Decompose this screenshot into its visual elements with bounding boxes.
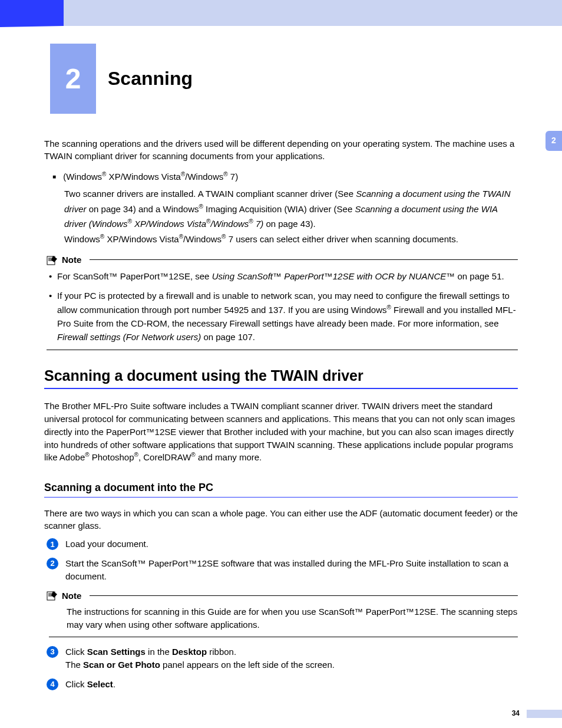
note-list: • For ScanSoft™ PaperPort™12SE, see Usin… [49, 269, 518, 344]
chapter-number: 2 [50, 44, 96, 114]
os-bullet-head: (Windows® XP/Windows Vista®/Windows® 7) [52, 170, 518, 183]
step-3: 3 Click Scan Settings in the Desktop rib… [47, 645, 518, 672]
chapter-title: Scanning [96, 44, 193, 114]
header-bar [0, 0, 562, 27]
step-number-icon: 1 [47, 538, 58, 550]
step-number-icon: 3 [47, 646, 58, 658]
note-label: Note [62, 253, 81, 266]
section-heading-twain: Scanning a document using the TWAIN driv… [44, 365, 518, 386]
note-icon [47, 590, 58, 601]
note-item: • If your PC is protected by a firewall … [49, 289, 518, 344]
note-body: The instructions for scanning in this Gu… [67, 605, 518, 632]
os-bullet: (Windows® XP/Windows Vista®/Windows® 7) … [52, 170, 518, 246]
pc-intro: There are two ways in which you can scan… [44, 507, 518, 532]
step-4: 4 Click Select. [47, 678, 518, 691]
page-number: 34 [512, 709, 520, 719]
intro-paragraph: The scanning operations and the drivers … [44, 137, 518, 162]
step-2: 2 Start the ScanSoft™ PaperPort™12SE sof… [47, 557, 518, 584]
step-body: Load your document. [65, 538, 518, 551]
step-number-icon: 2 [47, 558, 58, 569]
page-number-bar [527, 710, 562, 718]
inner-note: Note The instructions for scanning in th… [47, 589, 518, 637]
step-body: Start the ScanSoft™ PaperPort™12SE softw… [65, 557, 518, 584]
note-label: Note [62, 589, 81, 602]
subsection-heading-pc: Scanning a document into the PC [44, 480, 518, 495]
os-bullet-body: Two scanner drivers are installed. A TWA… [64, 186, 518, 246]
note-item: • For ScanSoft™ PaperPort™12SE, see Usin… [49, 269, 518, 283]
note-header: Note [47, 253, 518, 266]
step-body: Click Select. [65, 678, 518, 691]
twain-paragraph: The Brother MFL-Pro Suite software inclu… [44, 400, 518, 464]
step-number-icon: 4 [47, 678, 58, 690]
note-icon [47, 255, 58, 265]
chapter-header: 2 Scanning [50, 44, 518, 114]
step-1: 1 Load your document. [47, 538, 518, 551]
step-body: Click Scan Settings in the Desktop ribbo… [65, 645, 518, 672]
